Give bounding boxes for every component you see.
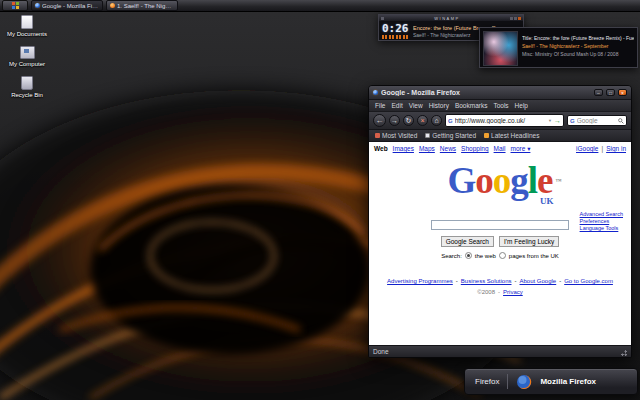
winamp-visualizer[interactable] (382, 35, 409, 39)
forward-button[interactable]: → (389, 115, 400, 126)
privacy-link[interactable]: Privacy (503, 289, 523, 295)
resize-grip[interactable] (618, 347, 627, 356)
site-favicon: G (448, 118, 453, 124)
desktop-icon-recycle-bin[interactable]: Recycle Bin (3, 76, 51, 99)
winamp-menu-icon[interactable] (381, 17, 384, 20)
google-nav-web[interactable]: Web (374, 145, 388, 153)
separator: - (559, 278, 561, 284)
feeling-lucky-button[interactable]: I'm Feeling Lucky (499, 236, 559, 247)
rss-feed-icon (484, 133, 489, 138)
minimize-button[interactable]: – (594, 89, 603, 96)
bookmark-most-visited[interactable]: Most Visited (375, 132, 417, 139)
winamp-close-button[interactable] (518, 17, 521, 20)
winamp-shade-button[interactable] (514, 17, 517, 20)
google-nav-news[interactable]: News (440, 145, 456, 153)
firefox-icon (35, 3, 40, 8)
google-scope-row: Search: the web pages from the UK (369, 252, 631, 259)
desktop: Google - Mozilla Firefox 1. Saelf! - The… (0, 0, 640, 400)
trademark-symbol: ™ (556, 164, 562, 198)
about-google-link[interactable]: About Google (520, 278, 557, 284)
search-icon[interactable] (618, 118, 624, 124)
signin-link[interactable]: Sign in (606, 145, 626, 153)
url-dropdown-icon[interactable]: ▼ (548, 118, 552, 123)
document-icon (21, 15, 33, 29)
winamp-titlebar[interactable]: WINAMP (379, 15, 523, 21)
separator: - (515, 278, 517, 284)
winamp-icon (110, 3, 115, 8)
stop-button[interactable]: × (417, 115, 428, 126)
bookmark-label: Latest Headlines (491, 132, 539, 139)
winamp-time-display[interactable]: 0:26 (382, 23, 409, 34)
url-bar[interactable]: G ▼ → (445, 114, 564, 127)
radio-the-web[interactable] (465, 252, 472, 259)
menu-view[interactable]: View (409, 102, 423, 109)
status-bar: Done (369, 345, 631, 357)
google-nav-mail[interactable]: Mail (494, 145, 506, 153)
reload-button[interactable]: ↻ (403, 115, 414, 126)
task-label: Google - Mozilla Firefox (42, 3, 99, 9)
winamp-window-buttons (510, 17, 521, 20)
logo-letter: o (493, 160, 511, 201)
dock-app-title[interactable]: Mozilla Firefox (540, 377, 596, 386)
menu-file[interactable]: File (375, 102, 385, 109)
google-search-button[interactable]: Google Search (441, 236, 494, 247)
advanced-search-link[interactable]: Advanced Search (580, 211, 623, 217)
google-search-row: Advanced Search Preferences Language Too… (369, 213, 631, 231)
firefox-icon (373, 90, 378, 95)
radio-pages-from-uk[interactable] (499, 252, 506, 259)
igoogle-link[interactable]: iGoogle (576, 145, 598, 153)
search-bar[interactable]: G Google (567, 115, 627, 126)
menu-bookmarks[interactable]: Bookmarks (455, 102, 488, 109)
language-tools-link[interactable]: Language Tools (580, 225, 623, 231)
google-nav-images[interactable]: Images (393, 145, 414, 153)
recycle-bin-icon (21, 76, 33, 90)
separator: | (601, 145, 603, 153)
logo-letter: o (475, 160, 493, 201)
status-text: Done (373, 348, 389, 355)
google-nav-shopping[interactable]: Shopping (461, 145, 488, 153)
google-page: Web Images Maps News Shopping Mail more … (369, 142, 631, 295)
home-button[interactable]: ⌂ (431, 115, 442, 126)
bookmark-latest-headlines[interactable]: Latest Headlines (484, 132, 539, 139)
go-button[interactable]: → (554, 117, 561, 124)
google-nav-more[interactable]: more ▾ (511, 145, 531, 153)
dock-app-label[interactable]: Firefox (475, 377, 499, 386)
metadata-artist-line: Saelf! - The Nightcrawlerz - September (522, 42, 634, 50)
menu-history[interactable]: History (429, 102, 449, 109)
menu-help[interactable]: Help (515, 102, 528, 109)
winamp-notifier-window: Title: Encore: the fore (Future Breeze R… (479, 27, 638, 68)
taskbar-task-winamp[interactable]: 1. Saelf! - The Nightcra... (106, 0, 178, 11)
folder-icon (375, 133, 380, 138)
google-search-input[interactable] (431, 220, 569, 230)
desktop-icon-my-documents[interactable]: My Documents (3, 15, 51, 38)
scope-option-uk[interactable]: pages from the UK (509, 253, 559, 259)
separator: - (456, 278, 458, 284)
track-metadata: Title: Encore: the fore (Future Breeze R… (522, 31, 634, 64)
preferences-link[interactable]: Preferences (580, 218, 623, 224)
menu-bar: File Edit View History Bookmarks Tools H… (369, 100, 631, 112)
google-logo-row: Google ™ UK (369, 164, 631, 198)
google-nav-maps[interactable]: Maps (419, 145, 435, 153)
menu-tools[interactable]: Tools (493, 102, 508, 109)
desktop-icon-my-computer[interactable]: My Computer (3, 46, 51, 68)
maximize-button[interactable]: □ (606, 89, 615, 96)
start-button[interactable] (2, 0, 28, 11)
advertising-link[interactable]: Advertising Programmes (387, 278, 453, 284)
bookmark-label: Getting Started (432, 132, 476, 139)
firefox-icon[interactable] (516, 374, 532, 390)
close-button[interactable]: × (618, 89, 627, 96)
back-button[interactable]: ← (373, 114, 386, 127)
firefox-titlebar[interactable]: Google - Mozilla Firefox – □ × (369, 86, 631, 100)
search-input[interactable]: Google (577, 117, 616, 124)
url-input[interactable] (455, 117, 546, 124)
scope-option-web[interactable]: the web (475, 253, 496, 259)
windows-logo-icon (12, 2, 19, 9)
search-engine-icon[interactable]: G (570, 118, 575, 124)
taskbar-task-firefox[interactable]: Google - Mozilla Firefox (31, 0, 103, 11)
bookmark-getting-started[interactable]: Getting Started (425, 132, 476, 139)
business-solutions-link[interactable]: Business Solutions (461, 278, 512, 284)
winamp-minimize-button[interactable] (510, 17, 513, 20)
goto-google-com-link[interactable]: Go to Google.com (564, 278, 613, 284)
menu-edit[interactable]: Edit (391, 102, 402, 109)
google-buttons-row: Google Search I'm Feeling Lucky (369, 236, 631, 247)
